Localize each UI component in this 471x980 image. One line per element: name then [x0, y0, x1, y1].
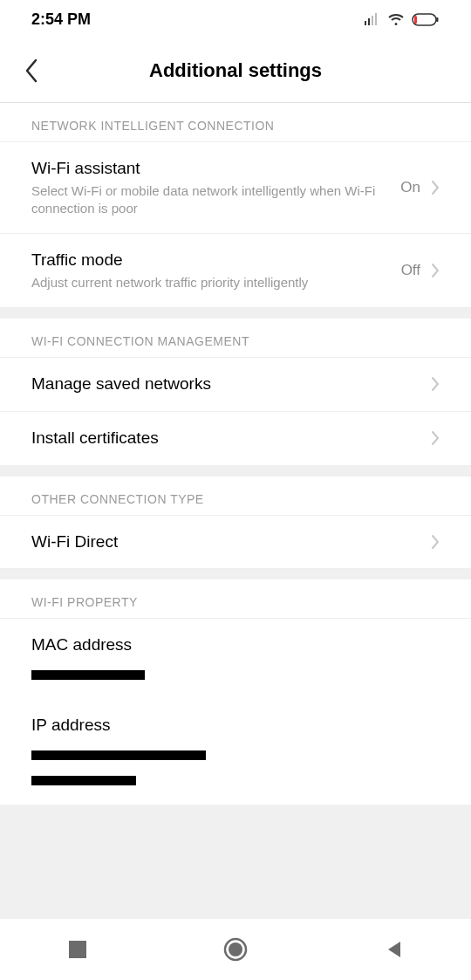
svg-rect-6: [414, 16, 417, 24]
status-time: 2:54 PM: [31, 10, 91, 29]
svg-rect-2: [372, 16, 373, 25]
signal-icon: [365, 13, 380, 25]
svg-rect-7: [69, 941, 86, 958]
svg-rect-5: [436, 17, 439, 22]
filler: [0, 805, 471, 919]
nav-home-button[interactable]: [223, 937, 248, 962]
section-wifi-property: WI-FI PROPERTY MAC address IP address: [0, 579, 471, 804]
row-ip-address: IP address: [0, 696, 471, 805]
section-header: WI-FI PROPERTY: [0, 579, 471, 618]
row-value: Off: [401, 262, 420, 279]
redacted-value: [31, 776, 136, 785]
svg-rect-3: [375, 13, 377, 25]
battery-icon: [412, 13, 440, 26]
nav-recents-button[interactable]: [69, 941, 86, 958]
svg-rect-0: [365, 21, 366, 25]
section-network-intelligent: NETWORK INTELLIGENT CONNECTION Wi-Fi ass…: [0, 103, 471, 308]
redacted-value: [31, 750, 206, 760]
row-title: IP address: [31, 715, 110, 737]
back-button[interactable]: [24, 58, 38, 83]
chevron-right-icon: [431, 263, 440, 278]
section-wifi-management: WI-FI CONNECTION MANAGEMENT Manage saved…: [0, 319, 471, 465]
svg-rect-1: [368, 18, 370, 25]
row-manage-saved-networks[interactable]: Manage saved networks: [0, 357, 471, 411]
row-subtitle: Select Wi-Fi or mobile data network inte…: [31, 182, 390, 218]
row-content: Wi-Fi assistant Select Wi-Fi or mobile d…: [31, 158, 390, 217]
row-value: On: [400, 179, 420, 196]
section-header: WI-FI CONNECTION MANAGEMENT: [0, 319, 471, 357]
status-icons: [365, 13, 440, 26]
row-traffic-mode[interactable]: Traffic mode Adjust current network traf…: [0, 233, 471, 308]
chevron-right-icon: [431, 534, 440, 550]
circle-icon: [223, 937, 248, 962]
row-subtitle: Adjust current network traffic priority …: [31, 274, 391, 291]
row-content: Traffic mode Adjust current network traf…: [31, 250, 391, 291]
nav-bar: [0, 919, 471, 980]
chevron-right-icon: [431, 430, 440, 446]
row-title: Install certificates: [31, 428, 420, 449]
nav-back-button[interactable]: [385, 940, 402, 959]
header: Additional settings: [0, 38, 471, 103]
square-icon: [69, 941, 86, 958]
triangle-left-icon: [385, 940, 402, 959]
row-content: Manage saved networks: [31, 373, 420, 395]
section-divider: [0, 466, 471, 476]
row-title: MAC address: [31, 634, 132, 656]
row-title: Wi-Fi Direct: [31, 531, 420, 553]
section-header: NETWORK INTELLIGENT CONNECTION: [0, 103, 471, 141]
row-title: Traffic mode: [31, 250, 391, 271]
section-divider: [0, 569, 471, 579]
status-bar: 2:54 PM: [0, 0, 471, 38]
row-content: Install certificates: [31, 428, 420, 449]
chevron-right-icon: [431, 376, 440, 392]
page-title: Additional settings: [14, 59, 457, 82]
wifi-icon: [387, 13, 405, 26]
redacted-value: [31, 670, 145, 680]
row-wifi-assistant[interactable]: Wi-Fi assistant Select Wi-Fi or mobile d…: [0, 141, 471, 233]
row-install-certificates[interactable]: Install certificates: [0, 411, 471, 466]
section-other-connection: OTHER CONNECTION TYPE Wi-Fi Direct: [0, 476, 471, 570]
chevron-left-icon: [24, 58, 38, 83]
section-header: OTHER CONNECTION TYPE: [0, 476, 471, 515]
section-divider: [0, 308, 471, 319]
row-content: Wi-Fi Direct: [31, 531, 420, 553]
row-title: Wi-Fi assistant: [31, 158, 390, 180]
chevron-right-icon: [431, 180, 440, 195]
row-mac-address: MAC address: [0, 618, 471, 696]
row-title: Manage saved networks: [31, 373, 420, 395]
row-wifi-direct[interactable]: Wi-Fi Direct: [0, 515, 471, 570]
svg-point-9: [229, 942, 242, 956]
